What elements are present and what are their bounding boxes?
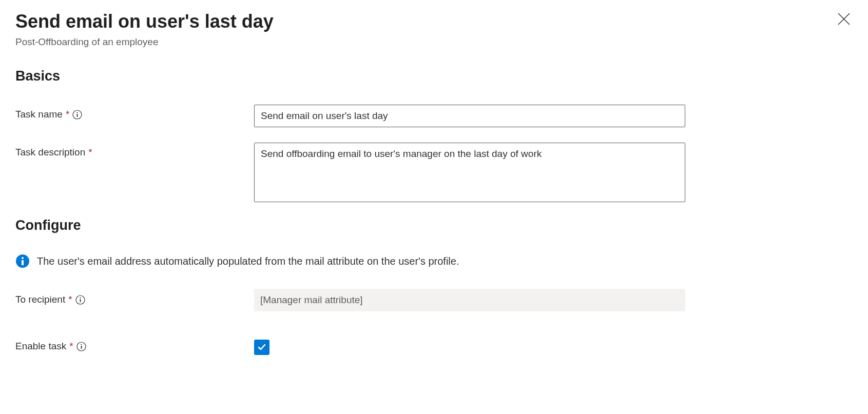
svg-point-1 [77,112,78,113]
task-description-label: Task description [15,147,85,158]
basics-heading: Basics [15,68,853,84]
page-title: Send email on user's last day [15,10,835,32]
to-recipient-value: [Manager mail attribute] [260,294,363,306]
required-asterisk: * [88,147,92,158]
svg-point-10 [81,344,82,345]
configure-info-message: The user's email address automatically p… [37,255,459,267]
svg-rect-2 [77,114,78,117]
close-icon [837,18,851,27]
required-asterisk: * [66,109,69,120]
task-name-label: Task name [15,109,63,120]
required-asterisk: * [69,341,73,352]
page-subtitle: Post-Offboarding of an employee [15,36,835,48]
task-name-input[interactable] [254,105,685,127]
svg-rect-5 [22,260,24,265]
info-icon[interactable] [72,110,82,120]
enable-task-checkbox[interactable] [254,340,269,355]
info-icon[interactable] [76,342,86,351]
info-icon[interactable] [75,295,85,305]
svg-rect-8 [80,299,81,302]
info-filled-icon [15,254,30,268]
configure-heading: Configure [15,218,853,233]
svg-point-7 [80,297,81,298]
to-recipient-field: [Manager mail attribute] [254,289,685,311]
task-description-input[interactable] [254,143,685,202]
close-button[interactable] [835,10,853,28]
to-recipient-label: To recipient [15,294,65,305]
svg-point-4 [22,257,24,259]
checkmark-icon [257,342,267,352]
enable-task-label: Enable task [15,341,66,352]
required-asterisk: * [68,294,72,305]
svg-rect-11 [81,346,82,349]
